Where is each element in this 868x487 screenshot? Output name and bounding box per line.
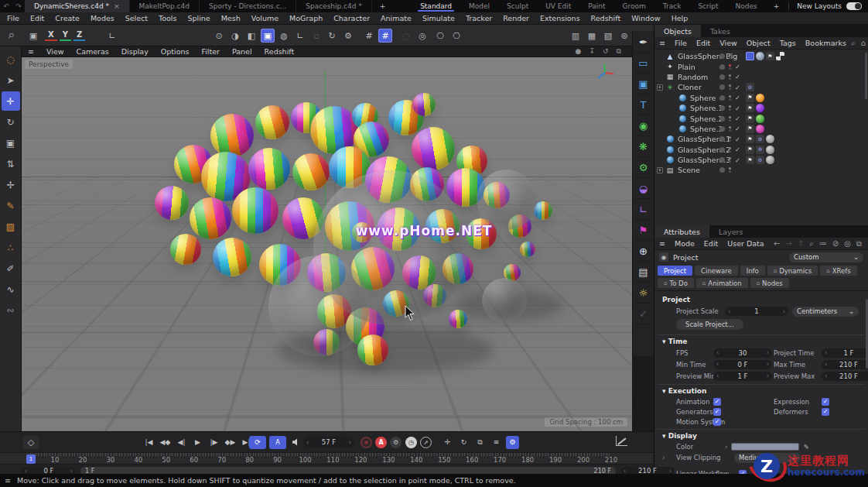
objects-menu-tags[interactable]: Tags bbox=[775, 39, 801, 47]
document-tab-makeitpop-c4d[interactable]: MakeItPop.c4d bbox=[130, 0, 200, 12]
workplane-mode-icon[interactable]: ∟ bbox=[293, 29, 307, 43]
light-icon[interactable]: ☼ bbox=[634, 283, 653, 304]
editor-render-dots[interactable] bbox=[729, 147, 731, 153]
goto-start-button[interactable]: |◀ bbox=[142, 436, 155, 449]
expander-icon[interactable]: + bbox=[657, 167, 663, 173]
flag-icon[interactable]: ⚑ bbox=[766, 52, 774, 60]
status-hamburger-icon[interactable]: ≡ bbox=[5, 476, 11, 485]
layout-tab-paint[interactable]: Paint bbox=[579, 0, 613, 12]
beach-ball[interactable] bbox=[155, 186, 189, 220]
animation-checkbox[interactable]: ✓ bbox=[713, 398, 721, 406]
rotate-tool-icon[interactable]: ↻ bbox=[2, 112, 20, 132]
axis-modify-icon[interactable]: ⚙ bbox=[341, 29, 355, 43]
cloner-tag-icon[interactable]: ⊛ bbox=[746, 83, 754, 91]
spline-primitives-icon[interactable]: ▭ bbox=[634, 53, 653, 74]
max-time-field[interactable]: ‹210 F› bbox=[822, 360, 868, 369]
attributes-hamburger-icon[interactable]: ≡ bbox=[654, 239, 670, 248]
layout-tab-model[interactable]: Model bbox=[460, 0, 498, 12]
layout-tab-sculpt[interactable]: Sculpt bbox=[498, 0, 537, 12]
menu-tracker[interactable]: Tracker bbox=[460, 14, 497, 22]
visibility-dot[interactable] bbox=[719, 74, 725, 80]
objects-menu-file[interactable]: File bbox=[670, 39, 692, 47]
beach-ball[interactable] bbox=[449, 310, 467, 328]
planar-workplane-icon[interactable]: # bbox=[378, 29, 392, 43]
animation-mode-icon[interactable]: ▫ bbox=[309, 29, 323, 43]
axis-lock-y[interactable]: Y bbox=[60, 30, 71, 41]
enabled-check-icon[interactable]: ✓ bbox=[735, 84, 740, 91]
enabled-check-icon[interactable]: ✓ bbox=[735, 115, 740, 122]
editor-render-dots[interactable] bbox=[729, 95, 731, 101]
texture-mode-icon[interactable]: ◍ bbox=[277, 29, 291, 43]
fcurve-graph-icon[interactable] bbox=[616, 436, 627, 446]
attributes-menu-edit[interactable]: Edit bbox=[699, 239, 723, 248]
tree-item-plain[interactable]: ✦Plain✓ bbox=[654, 61, 868, 71]
editor-render-dots[interactable] bbox=[729, 167, 731, 173]
shade-sphere-icon[interactable]: ● bbox=[576, 47, 582, 56]
flag-icon[interactable]: ⚑ bbox=[746, 135, 754, 143]
live-selection-tool-icon[interactable]: ◌ bbox=[2, 50, 20, 69]
objects-menu-object[interactable]: Object bbox=[742, 39, 775, 47]
popout-icon[interactable]: ⧉ bbox=[856, 239, 862, 249]
menu-modes[interactable]: Modes bbox=[85, 14, 120, 22]
preview-min-field[interactable]: ‹1 F› bbox=[713, 372, 772, 381]
enable-axis-icon[interactable]: ↻ bbox=[325, 29, 339, 43]
undo-icon[interactable]: ↶ bbox=[0, 0, 12, 12]
deformers-icon[interactable]: ⚙ bbox=[634, 158, 653, 178]
prev-key-button[interactable]: ◀◆ bbox=[159, 436, 172, 449]
material-tag-mat-gray[interactable] bbox=[766, 135, 774, 143]
attr-tab-cineware[interactable]: Cineware bbox=[695, 266, 738, 276]
tree-item-random[interactable]: ▦Random✓ bbox=[654, 72, 868, 82]
deformers-checkbox[interactable]: ✓ bbox=[822, 408, 829, 416]
polygons-mode-icon[interactable]: ◧ bbox=[244, 29, 258, 43]
maximize-view-icon[interactable]: ⧉ bbox=[617, 47, 621, 56]
flag-icon[interactable]: ⚑ bbox=[746, 94, 754, 102]
reset-view-icon[interactable]: ↺ bbox=[603, 47, 609, 56]
key-parameter-icon[interactable]: ≡ bbox=[490, 436, 503, 449]
move-tool-icon[interactable]: ✛ bbox=[2, 91, 20, 111]
add-layout-tab-button[interactable]: + bbox=[766, 0, 788, 12]
filter-icon[interactable]: ≔ bbox=[819, 239, 827, 249]
project-scale-unit-dropdown[interactable]: Centimeters⌄ bbox=[792, 307, 859, 317]
close-tab-icon[interactable]: × bbox=[114, 2, 120, 10]
checker-icon[interactable] bbox=[776, 52, 784, 60]
viewport-canvas[interactable]: Perspective www.pHome.NET Grid Spacing :… bbox=[22, 57, 632, 431]
tree-item-glasssphere-3[interactable]: GlassSphere.3✓⚑⊕ bbox=[654, 155, 868, 165]
select-tool-icon[interactable]: ➤ bbox=[2, 70, 20, 90]
material-tag-mat-pink[interactable] bbox=[756, 125, 764, 133]
autokey-button[interactable]: A bbox=[375, 437, 387, 448]
document-tab-sporty-directions-c[interactable]: Sporty - Directions.c... bbox=[200, 0, 296, 12]
objects-hamburger-icon[interactable]: ≡ bbox=[654, 39, 670, 47]
objects-menu-view[interactable]: View bbox=[715, 39, 742, 47]
search-icon[interactable]: ⌕ bbox=[809, 239, 814, 249]
environment-icon[interactable]: ⊕ bbox=[634, 242, 653, 262]
viewport-hamburger-icon[interactable]: ≡ bbox=[22, 47, 40, 56]
beach-ball[interactable] bbox=[190, 197, 231, 239]
sound-button[interactable] bbox=[289, 436, 302, 449]
target-icon[interactable]: ◎ bbox=[415, 29, 429, 43]
camera-label[interactable]: Perspective bbox=[25, 60, 73, 69]
record-button[interactable] bbox=[361, 437, 372, 448]
fill-tool-icon[interactable]: ▨ bbox=[2, 217, 20, 236]
render-settings-icon[interactable]: ▧ bbox=[601, 29, 615, 43]
attr-tab-info[interactable]: Info bbox=[740, 266, 765, 276]
coord-system-icon[interactable]: ∟ bbox=[105, 29, 119, 43]
editor-render-dots[interactable] bbox=[729, 53, 731, 59]
axis-lock-x[interactable]: X bbox=[45, 30, 57, 41]
subdivision-surface-icon[interactable]: ◉ bbox=[634, 116, 653, 136]
spline-pen-tool-icon[interactable]: ∿ bbox=[2, 280, 20, 299]
flag-icon[interactable]: ⚑ bbox=[746, 146, 754, 154]
project-scale-field[interactable]: ‹1› bbox=[725, 307, 788, 316]
viewport-menu-redshift[interactable]: Redshift bbox=[258, 47, 301, 56]
document-tab-spaceship-c4d[interactable]: Spaceship.c4d * bbox=[296, 0, 372, 12]
motext-icon[interactable]: T bbox=[634, 95, 653, 115]
enabled-check-icon[interactable]: ✓ bbox=[735, 94, 740, 101]
visibility-dot[interactable] bbox=[719, 126, 725, 132]
material-tag-mat-gray[interactable] bbox=[766, 146, 774, 154]
snap-icon[interactable]: ⎔ bbox=[433, 29, 447, 43]
beach-ball[interactable] bbox=[255, 105, 289, 139]
menu-edit[interactable]: Edit bbox=[25, 14, 50, 22]
menu-spline[interactable]: Spline bbox=[182, 14, 215, 22]
home-icon[interactable]: ⌂ bbox=[861, 39, 866, 48]
coordinates-icon[interactable]: ∟ bbox=[634, 200, 653, 220]
viewport-menu-cameras[interactable]: Cameras bbox=[70, 47, 115, 56]
